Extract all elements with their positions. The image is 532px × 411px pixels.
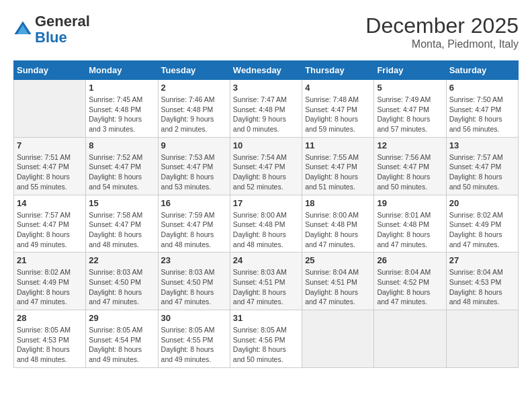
- page-header: General Blue December 2025 Monta, Piedmo…: [13, 13, 519, 50]
- day-number: 18: [305, 198, 371, 208]
- day-info: Sunrise: 7:58 AMSunset: 4:47 PMDaylight:…: [89, 210, 154, 250]
- day-number: 24: [233, 255, 299, 265]
- logo-icon: [13, 20, 32, 39]
- calendar-cell: 22Sunrise: 8:03 AMSunset: 4:50 PMDayligh…: [86, 253, 158, 310]
- day-number: 30: [161, 313, 227, 323]
- day-info: Sunrise: 8:05 AMSunset: 4:56 PMDaylight:…: [233, 325, 299, 365]
- calendar-cell: 19Sunrise: 8:01 AMSunset: 4:48 PMDayligh…: [374, 195, 446, 253]
- calendar-cell: [374, 310, 446, 368]
- day-info: Sunrise: 8:00 AMSunset: 4:48 PMDaylight:…: [233, 210, 299, 250]
- header-row: Sunday Monday Tuesday Wednesday Thursday…: [14, 61, 519, 80]
- day-number: 11: [305, 140, 371, 150]
- day-info: Sunrise: 7:52 AMSunset: 4:47 PMDaylight:…: [89, 152, 154, 192]
- calendar-cell: 15Sunrise: 7:58 AMSunset: 4:47 PMDayligh…: [86, 195, 158, 253]
- day-info: Sunrise: 7:56 AMSunset: 4:47 PMDaylight:…: [377, 152, 443, 192]
- day-number: 9: [161, 140, 227, 150]
- calendar-cell: 9Sunrise: 7:53 AMSunset: 4:47 PMDaylight…: [158, 137, 230, 195]
- calendar-week-1: 7Sunrise: 7:51 AMSunset: 4:47 PMDaylight…: [14, 137, 519, 195]
- col-sunday: Sunday: [14, 61, 86, 80]
- logo: General Blue: [13, 13, 90, 46]
- calendar-week-0: 1Sunrise: 7:45 AMSunset: 4:48 PMDaylight…: [14, 80, 519, 138]
- calendar-cell: 12Sunrise: 7:56 AMSunset: 4:47 PMDayligh…: [374, 137, 446, 195]
- day-number: 1: [89, 83, 154, 93]
- day-number: 13: [449, 140, 515, 150]
- calendar-cell: 31Sunrise: 8:05 AMSunset: 4:56 PMDayligh…: [230, 310, 302, 368]
- day-number: 3: [233, 83, 299, 93]
- day-info: Sunrise: 7:51 AMSunset: 4:47 PMDaylight:…: [17, 152, 83, 192]
- calendar-cell: 23Sunrise: 8:03 AMSunset: 4:50 PMDayligh…: [158, 253, 230, 310]
- day-info: Sunrise: 8:01 AMSunset: 4:48 PMDaylight:…: [377, 210, 443, 250]
- day-number: 27: [449, 255, 515, 265]
- calendar-cell: 3Sunrise: 7:47 AMSunset: 4:48 PMDaylight…: [230, 80, 302, 138]
- calendar-week-4: 28Sunrise: 8:05 AMSunset: 4:53 PMDayligh…: [14, 310, 519, 368]
- day-info: Sunrise: 8:02 AMSunset: 4:49 PMDaylight:…: [449, 210, 515, 250]
- calendar-cell: 25Sunrise: 8:04 AMSunset: 4:51 PMDayligh…: [302, 253, 374, 310]
- calendar-cell: 7Sunrise: 7:51 AMSunset: 4:47 PMDaylight…: [14, 137, 86, 195]
- col-thursday: Thursday: [302, 61, 374, 80]
- calendar-cell: [14, 80, 86, 138]
- day-info: Sunrise: 7:49 AMSunset: 4:47 PMDaylight:…: [377, 95, 443, 134]
- day-number: 19: [377, 198, 443, 208]
- day-info: Sunrise: 7:54 AMSunset: 4:47 PMDaylight:…: [233, 152, 299, 192]
- day-number: 26: [377, 255, 443, 265]
- day-number: 6: [449, 83, 515, 93]
- day-number: 12: [377, 140, 443, 150]
- calendar-cell: 5Sunrise: 7:49 AMSunset: 4:47 PMDaylight…: [374, 80, 446, 138]
- calendar-cell: [446, 310, 518, 368]
- day-number: 7: [17, 140, 83, 150]
- calendar-week-2: 14Sunrise: 7:57 AMSunset: 4:47 PMDayligh…: [14, 195, 519, 253]
- day-info: Sunrise: 8:04 AMSunset: 4:52 PMDaylight:…: [377, 267, 443, 307]
- day-info: Sunrise: 8:04 AMSunset: 4:51 PMDaylight:…: [305, 267, 371, 307]
- calendar-cell: 4Sunrise: 7:48 AMSunset: 4:47 PMDaylight…: [302, 80, 374, 138]
- day-info: Sunrise: 7:57 AMSunset: 4:47 PMDaylight:…: [449, 152, 515, 192]
- calendar-cell: 1Sunrise: 7:45 AMSunset: 4:48 PMDaylight…: [86, 80, 158, 138]
- title-block: December 2025 Monta, Piedmont, Italy: [365, 13, 519, 50]
- day-info: Sunrise: 8:04 AMSunset: 4:53 PMDaylight:…: [449, 267, 515, 307]
- day-info: Sunrise: 8:05 AMSunset: 4:53 PMDaylight:…: [17, 325, 83, 365]
- day-number: 25: [305, 255, 371, 265]
- day-number: 22: [89, 255, 154, 265]
- day-info: Sunrise: 7:50 AMSunset: 4:47 PMDaylight:…: [449, 95, 515, 134]
- calendar-cell: 17Sunrise: 8:00 AMSunset: 4:48 PMDayligh…: [230, 195, 302, 253]
- calendar-cell: 8Sunrise: 7:52 AMSunset: 4:47 PMDaylight…: [86, 137, 158, 195]
- calendar-cell: 26Sunrise: 8:04 AMSunset: 4:52 PMDayligh…: [374, 253, 446, 310]
- day-number: 8: [89, 140, 154, 150]
- calendar-cell: 20Sunrise: 8:02 AMSunset: 4:49 PMDayligh…: [446, 195, 518, 253]
- day-number: 4: [305, 83, 371, 93]
- day-number: 21: [17, 255, 83, 265]
- col-wednesday: Wednesday: [230, 61, 302, 80]
- calendar-cell: 6Sunrise: 7:50 AMSunset: 4:47 PMDaylight…: [446, 80, 518, 138]
- day-number: 2: [161, 83, 227, 93]
- calendar-cell: [302, 310, 374, 368]
- calendar-cell: 18Sunrise: 8:00 AMSunset: 4:48 PMDayligh…: [302, 195, 374, 253]
- calendar-cell: 2Sunrise: 7:46 AMSunset: 4:48 PMDaylight…: [158, 80, 230, 138]
- day-number: 15: [89, 198, 154, 208]
- day-info: Sunrise: 8:03 AMSunset: 4:51 PMDaylight:…: [233, 267, 299, 307]
- col-friday: Friday: [374, 61, 446, 80]
- day-number: 31: [233, 313, 299, 323]
- calendar-cell: 27Sunrise: 8:04 AMSunset: 4:53 PMDayligh…: [446, 253, 518, 310]
- logo-text: General Blue: [35, 13, 90, 46]
- calendar-cell: 13Sunrise: 7:57 AMSunset: 4:47 PMDayligh…: [446, 137, 518, 195]
- day-info: Sunrise: 8:00 AMSunset: 4:48 PMDaylight:…: [305, 210, 371, 250]
- calendar-cell: 10Sunrise: 7:54 AMSunset: 4:47 PMDayligh…: [230, 137, 302, 195]
- calendar-cell: 29Sunrise: 8:05 AMSunset: 4:54 PMDayligh…: [86, 310, 158, 368]
- calendar-cell: 21Sunrise: 8:02 AMSunset: 4:49 PMDayligh…: [14, 253, 86, 310]
- day-number: 23: [161, 255, 227, 265]
- day-number: 20: [449, 198, 515, 208]
- day-info: Sunrise: 8:03 AMSunset: 4:50 PMDaylight:…: [89, 267, 154, 307]
- day-info: Sunrise: 7:55 AMSunset: 4:47 PMDaylight:…: [305, 152, 371, 192]
- calendar-header: Sunday Monday Tuesday Wednesday Thursday…: [14, 61, 519, 80]
- day-info: Sunrise: 7:45 AMSunset: 4:48 PMDaylight:…: [89, 95, 154, 134]
- day-number: 28: [17, 313, 83, 323]
- day-info: Sunrise: 7:59 AMSunset: 4:47 PMDaylight:…: [161, 210, 227, 250]
- day-info: Sunrise: 8:03 AMSunset: 4:50 PMDaylight:…: [161, 267, 227, 307]
- day-info: Sunrise: 7:46 AMSunset: 4:48 PMDaylight:…: [161, 95, 227, 134]
- day-number: 16: [161, 198, 227, 208]
- day-info: Sunrise: 8:05 AMSunset: 4:54 PMDaylight:…: [89, 325, 154, 365]
- day-number: 5: [377, 83, 443, 93]
- day-info: Sunrise: 7:47 AMSunset: 4:48 PMDaylight:…: [233, 95, 299, 134]
- day-info: Sunrise: 8:05 AMSunset: 4:55 PMDaylight:…: [161, 325, 227, 365]
- day-number: 10: [233, 140, 299, 150]
- day-number: 17: [233, 198, 299, 208]
